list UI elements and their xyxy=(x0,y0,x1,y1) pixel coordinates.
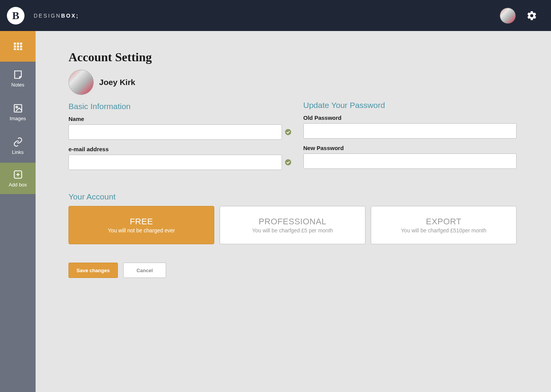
plan-subtitle: You will be charfged £5 per month xyxy=(252,227,333,234)
sidebar-item-addbox[interactable]: Add box xyxy=(0,163,36,194)
section-basic-info: Basic Information xyxy=(68,102,282,111)
email-input[interactable] xyxy=(68,155,282,170)
user-header: Joey Kirk xyxy=(68,70,517,95)
sidebar: Notes Images Links Add box xyxy=(0,31,36,392)
brand-text: DESIGNBOX; xyxy=(34,13,79,19)
svg-rect-8 xyxy=(20,48,22,50)
check-circle-icon xyxy=(285,159,291,165)
new-password-input[interactable] xyxy=(303,154,517,169)
section-your-account: Your Account xyxy=(68,192,517,201)
svg-rect-2 xyxy=(20,42,22,44)
section-password: Update Your Password xyxy=(303,101,517,110)
sidebar-item-images[interactable]: Images xyxy=(0,95,36,129)
sidebar-item-label: Images xyxy=(10,116,26,121)
svg-point-10 xyxy=(16,106,17,108)
cancel-button[interactable]: Cancel xyxy=(123,263,166,278)
plan-professional[interactable]: PROFESSIONAL You will be charfged £5 per… xyxy=(220,206,365,244)
plus-box-icon xyxy=(13,170,23,180)
email-label: e-mail address xyxy=(68,146,282,152)
note-icon xyxy=(13,70,23,80)
svg-rect-7 xyxy=(17,48,19,50)
logo[interactable]: B xyxy=(7,7,24,24)
grid-icon xyxy=(13,41,23,51)
svg-rect-9 xyxy=(14,105,22,112)
plan-title: EXPORT xyxy=(426,217,461,227)
old-password-label: Old Password xyxy=(303,114,517,121)
plan-title: PROFESSIONAL xyxy=(259,217,326,227)
svg-rect-6 xyxy=(14,48,16,50)
app-header: B DESIGNBOX; xyxy=(0,0,551,31)
new-password-label: New Password xyxy=(303,145,517,151)
sidebar-item-notes[interactable]: Notes xyxy=(0,62,36,95)
image-icon xyxy=(13,103,23,113)
svg-rect-0 xyxy=(14,42,16,44)
plan-subtitle: You will be charfged £510per month xyxy=(401,227,486,234)
sidebar-item-label: Links xyxy=(12,149,23,155)
svg-rect-3 xyxy=(14,46,16,47)
sidebar-item-label: Notes xyxy=(11,82,24,88)
brand-bold: BOX; xyxy=(61,13,79,19)
name-input[interactable] xyxy=(68,124,282,140)
main-content: Account Setting Joey Kirk Basic Informat… xyxy=(36,31,551,392)
user-name: Joey Kirk xyxy=(99,78,135,87)
plan-export[interactable]: EXPORT You will be charfged £510per mont… xyxy=(371,206,517,244)
avatar xyxy=(68,70,94,95)
sidebar-item-grid[interactable] xyxy=(0,31,36,62)
gear-icon[interactable] xyxy=(527,10,537,21)
link-icon xyxy=(13,137,23,147)
plan-title: FREE xyxy=(130,217,153,227)
brand-light: DESIGN xyxy=(34,13,61,19)
check-circle-icon xyxy=(285,129,291,135)
svg-rect-1 xyxy=(17,42,19,44)
name-label: Name xyxy=(68,116,282,122)
old-password-input[interactable] xyxy=(303,123,517,139)
plan-free[interactable]: FREE You will not be charged ever xyxy=(68,206,214,244)
header-avatar[interactable] xyxy=(500,8,516,24)
sidebar-item-links[interactable]: Links xyxy=(0,129,36,163)
page-title: Account Setting xyxy=(68,50,517,64)
save-button[interactable]: Save changes xyxy=(68,263,118,278)
svg-rect-4 xyxy=(17,46,19,47)
sidebar-item-label: Add box xyxy=(9,182,27,188)
svg-rect-5 xyxy=(20,46,22,47)
plan-subtitle: You will not be charged ever xyxy=(108,227,175,234)
